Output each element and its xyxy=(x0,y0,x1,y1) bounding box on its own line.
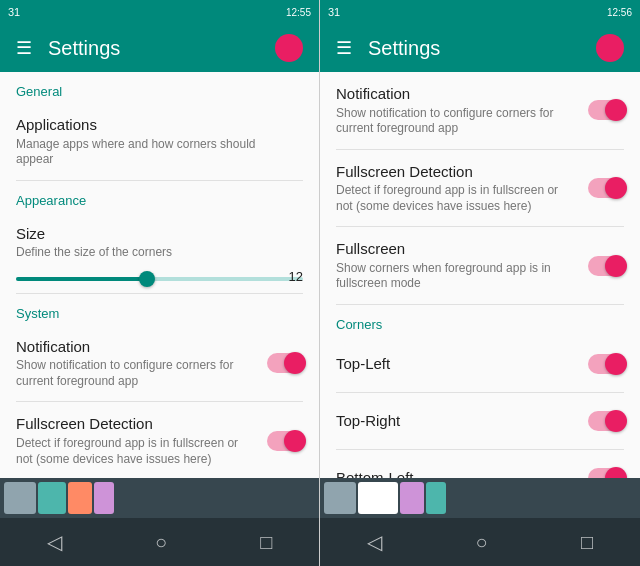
size-title: Size xyxy=(16,224,291,244)
applications-subtitle: Manage apps where and how corners should… xyxy=(16,137,291,168)
taskbar-right xyxy=(320,478,640,518)
bottom-left-title: Bottom-Left xyxy=(336,468,576,478)
settings-content-right[interactable]: Notification Show notification to config… xyxy=(320,72,640,478)
section-appearance: Appearance xyxy=(0,181,319,212)
notification-subtitle-left: Show notification to configure corners f… xyxy=(16,358,255,389)
size-item: Size Define the size of the corners xyxy=(0,212,319,273)
section-system-left: System xyxy=(0,294,319,325)
fullscreen-detection-title-left: Fullscreen Detection xyxy=(16,414,255,434)
task-thumb-r4 xyxy=(426,482,446,514)
fullscreen-title-right: Fullscreen xyxy=(336,239,576,259)
recent-icon-left[interactable]: □ xyxy=(260,531,272,554)
status-bar-left: 31 12:55 xyxy=(0,0,319,24)
slider-track: 12 xyxy=(16,277,303,281)
bottom-left-toggle[interactable] xyxy=(588,468,624,478)
slider-thumb[interactable] xyxy=(139,271,155,287)
task-thumb-r3 xyxy=(400,482,424,514)
task-thumb-3 xyxy=(68,482,92,514)
bottom-left-item[interactable]: Bottom-Left xyxy=(320,450,640,478)
top-left-title: Top-Left xyxy=(336,354,576,374)
status-time-right-left: 31 xyxy=(328,6,340,18)
fullscreen-toggle-right[interactable] xyxy=(588,256,624,276)
notification-item-left[interactable]: Notification Show notification to config… xyxy=(0,325,319,402)
fullscreen-detection-subtitle-right: Detect if foreground app is in fullscree… xyxy=(336,183,576,214)
top-right-title: Top-Right xyxy=(336,411,576,431)
task-thumb-4 xyxy=(94,482,114,514)
top-right-toggle[interactable] xyxy=(588,411,624,431)
task-thumb-r2 xyxy=(358,482,398,514)
status-bar-right: 31 12:56 xyxy=(320,0,640,24)
task-thumb-r1 xyxy=(324,482,356,514)
notification-subtitle-right: Show notification to configure corners f… xyxy=(336,106,576,137)
fullscreen-detection-subtitle-left: Detect if foreground app is in fullscree… xyxy=(16,436,255,467)
avatar-left xyxy=(275,34,303,62)
left-time: 12:55 xyxy=(286,7,311,18)
task-thumb-1 xyxy=(4,482,36,514)
recent-icon-right[interactable]: □ xyxy=(581,531,593,554)
toolbar-left: ☰ Settings xyxy=(0,24,319,72)
status-time-left: 31 xyxy=(8,6,20,18)
nav-bar-left: ◁ ○ □ xyxy=(0,518,319,566)
back-icon-left[interactable]: ◁ xyxy=(47,530,62,554)
notification-title-right: Notification xyxy=(336,84,576,104)
notification-title-left: Notification xyxy=(16,337,255,357)
slider-fill xyxy=(16,277,145,281)
task-thumb-2 xyxy=(38,482,66,514)
notification-toggle-right[interactable] xyxy=(588,100,624,120)
fullscreen-subtitle-right: Show corners when foreground app is in f… xyxy=(336,261,576,292)
back-icon-right[interactable]: ◁ xyxy=(367,530,382,554)
home-icon-right[interactable]: ○ xyxy=(475,531,487,554)
hamburger-icon-left[interactable]: ☰ xyxy=(16,37,32,59)
notification-item-right[interactable]: Notification Show notification to config… xyxy=(320,72,640,149)
section-corners: Corners xyxy=(320,305,640,336)
section-general: General xyxy=(0,72,319,103)
fullscreen-detection-toggle-right[interactable] xyxy=(588,178,624,198)
top-left-item[interactable]: Top-Left xyxy=(320,336,640,392)
notification-toggle-left[interactable] xyxy=(267,353,303,373)
fullscreen-detection-item-right[interactable]: Fullscreen Detection Detect if foregroun… xyxy=(320,150,640,227)
left-panel: 31 12:55 ☰ Settings General Applications… xyxy=(0,0,320,566)
size-subtitle: Define the size of the corners xyxy=(16,245,291,261)
toolbar-right: ☰ Settings xyxy=(320,24,640,72)
fullscreen-detection-toggle-left[interactable] xyxy=(267,431,303,451)
fullscreen-item-right[interactable]: Fullscreen Show corners when foreground … xyxy=(320,227,640,304)
right-panel: 31 12:56 ☰ Settings Notification Show no… xyxy=(320,0,640,566)
settings-content-left[interactable]: General Applications Manage apps where a… xyxy=(0,72,319,478)
top-right-item[interactable]: Top-Right xyxy=(320,393,640,449)
fullscreen-detection-item-left[interactable]: Fullscreen Detection Detect if foregroun… xyxy=(0,402,319,478)
taskbar-left xyxy=(0,478,319,518)
applications-item[interactable]: Applications Manage apps where and how c… xyxy=(0,103,319,180)
nav-bar-right: ◁ ○ □ xyxy=(320,518,640,566)
fullscreen-detection-title-right: Fullscreen Detection xyxy=(336,162,576,182)
top-left-toggle[interactable] xyxy=(588,354,624,374)
right-time: 12:56 xyxy=(607,7,632,18)
toolbar-title-right: Settings xyxy=(368,37,580,60)
applications-title: Applications xyxy=(16,115,291,135)
size-slider-container[interactable]: 12 xyxy=(0,273,319,293)
hamburger-icon-right[interactable]: ☰ xyxy=(336,37,352,59)
avatar-right xyxy=(596,34,624,62)
home-icon-left[interactable]: ○ xyxy=(155,531,167,554)
slider-value: 12 xyxy=(289,269,303,284)
toolbar-title-left: Settings xyxy=(48,37,259,60)
